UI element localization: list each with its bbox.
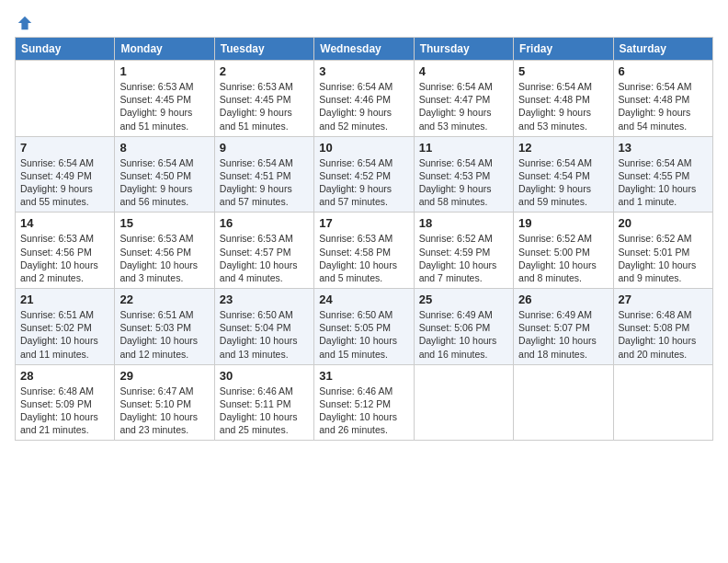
day-number: 23 [220, 293, 309, 306]
day-header-tuesday: Tuesday [214, 38, 313, 61]
day-info: Sunrise: 6:48 AMSunset: 5:09 PMDaylight:… [20, 385, 109, 437]
calendar-cell: 2Sunrise: 6:53 AMSunset: 4:45 PMDaylight… [214, 61, 313, 137]
day-info: Sunrise: 6:53 AMSunset: 4:56 PMDaylight:… [20, 232, 109, 284]
calendar-cell: 28Sunrise: 6:48 AMSunset: 5:09 PMDayligh… [16, 364, 115, 441]
day-number: 5 [518, 64, 608, 78]
day-number: 1 [119, 64, 209, 78]
logo [15, 15, 33, 28]
calendar-cell: 1Sunrise: 6:53 AMSunset: 4:45 PMDaylight… [115, 61, 214, 137]
day-number: 21 [20, 293, 109, 306]
day-info: Sunrise: 6:54 AMSunset: 4:55 PMDaylight:… [619, 156, 708, 209]
day-info: Sunrise: 6:46 AMSunset: 5:11 PMDaylight:… [220, 385, 309, 437]
day-info: Sunrise: 6:54 AMSunset: 4:49 PMDaylight:… [20, 156, 109, 209]
day-number: 31 [319, 369, 408, 383]
day-info: Sunrise: 6:54 AMSunset: 4:48 PMDaylight:… [518, 80, 608, 132]
calendar-cell: 29Sunrise: 6:47 AMSunset: 5:10 PMDayligh… [115, 364, 214, 441]
calendar-header-row: SundayMondayTuesdayWednesdayThursdayFrid… [16, 38, 713, 61]
day-number: 4 [419, 64, 508, 78]
calendar-cell: 18Sunrise: 6:52 AMSunset: 4:59 PMDayligh… [414, 213, 513, 289]
calendar-table: SundayMondayTuesdayWednesdayThursdayFrid… [15, 37, 713, 441]
calendar-cell: 19Sunrise: 6:52 AMSunset: 5:00 PMDayligh… [514, 213, 613, 289]
calendar-cell: 3Sunrise: 6:54 AMSunset: 4:46 PMDaylight… [314, 61, 414, 137]
day-info: Sunrise: 6:46 AMSunset: 5:12 PMDaylight:… [319, 385, 408, 437]
svg-marker-0 [18, 17, 31, 29]
calendar-cell: 4Sunrise: 6:54 AMSunset: 4:47 PMDaylight… [414, 61, 513, 137]
calendar-cell [514, 364, 613, 441]
calendar-cell: 16Sunrise: 6:53 AMSunset: 4:57 PMDayligh… [214, 213, 313, 289]
day-number: 22 [119, 293, 209, 306]
calendar-cell: 7Sunrise: 6:54 AMSunset: 4:49 PMDaylight… [16, 136, 115, 213]
day-header-thursday: Thursday [414, 38, 513, 61]
day-number: 25 [419, 293, 508, 306]
day-info: Sunrise: 6:52 AMSunset: 5:01 PMDaylight:… [619, 232, 708, 284]
calendar-cell: 24Sunrise: 6:50 AMSunset: 5:05 PMDayligh… [314, 289, 414, 365]
day-number: 24 [319, 293, 408, 306]
day-number: 27 [619, 293, 708, 306]
day-info: Sunrise: 6:54 AMSunset: 4:47 PMDaylight:… [419, 80, 508, 132]
day-header-saturday: Saturday [613, 38, 712, 61]
day-header-monday: Monday [115, 38, 214, 61]
day-info: Sunrise: 6:54 AMSunset: 4:50 PMDaylight:… [119, 156, 209, 209]
day-number: 12 [518, 141, 608, 155]
calendar-cell: 13Sunrise: 6:54 AMSunset: 4:55 PMDayligh… [613, 136, 712, 213]
calendar-cell: 9Sunrise: 6:54 AMSunset: 4:51 PMDaylight… [214, 136, 313, 213]
day-info: Sunrise: 6:51 AMSunset: 5:02 PMDaylight:… [20, 308, 109, 361]
calendar-week-row: 1Sunrise: 6:53 AMSunset: 4:45 PMDaylight… [16, 61, 713, 137]
page-header [15, 15, 713, 28]
calendar-cell [613, 364, 712, 441]
day-number: 3 [319, 64, 408, 78]
day-info: Sunrise: 6:54 AMSunset: 4:46 PMDaylight:… [319, 80, 408, 132]
day-header-friday: Friday [514, 38, 613, 61]
calendar-cell: 22Sunrise: 6:51 AMSunset: 5:03 PMDayligh… [115, 289, 214, 365]
day-info: Sunrise: 6:53 AMSunset: 4:57 PMDaylight:… [220, 232, 309, 284]
calendar-cell: 14Sunrise: 6:53 AMSunset: 4:56 PMDayligh… [16, 213, 115, 289]
day-info: Sunrise: 6:54 AMSunset: 4:51 PMDaylight:… [220, 156, 309, 209]
calendar-cell: 25Sunrise: 6:49 AMSunset: 5:06 PMDayligh… [414, 289, 513, 365]
day-info: Sunrise: 6:52 AMSunset: 4:59 PMDaylight:… [419, 232, 508, 284]
day-info: Sunrise: 6:53 AMSunset: 4:45 PMDaylight:… [119, 80, 209, 132]
calendar-cell: 30Sunrise: 6:46 AMSunset: 5:11 PMDayligh… [214, 364, 313, 441]
day-number: 29 [119, 369, 209, 383]
calendar-cell: 11Sunrise: 6:54 AMSunset: 4:53 PMDayligh… [414, 136, 513, 213]
day-number: 13 [619, 141, 708, 155]
day-number: 20 [619, 216, 708, 230]
day-info: Sunrise: 6:54 AMSunset: 4:52 PMDaylight:… [319, 156, 408, 209]
day-number: 26 [518, 293, 608, 306]
day-info: Sunrise: 6:50 AMSunset: 5:05 PMDaylight:… [319, 308, 408, 361]
day-info: Sunrise: 6:52 AMSunset: 5:00 PMDaylight:… [518, 232, 608, 284]
day-info: Sunrise: 6:53 AMSunset: 4:58 PMDaylight:… [319, 232, 408, 284]
calendar-cell: 10Sunrise: 6:54 AMSunset: 4:52 PMDayligh… [314, 136, 414, 213]
calendar-cell: 26Sunrise: 6:49 AMSunset: 5:07 PMDayligh… [514, 289, 613, 365]
day-info: Sunrise: 6:54 AMSunset: 4:48 PMDaylight:… [619, 80, 708, 132]
day-info: Sunrise: 6:51 AMSunset: 5:03 PMDaylight:… [119, 308, 209, 361]
logo-icon [17, 15, 33, 31]
calendar-week-row: 7Sunrise: 6:54 AMSunset: 4:49 PMDaylight… [16, 136, 713, 213]
day-number: 14 [20, 216, 109, 230]
day-number: 30 [220, 369, 309, 383]
calendar-week-row: 14Sunrise: 6:53 AMSunset: 4:56 PMDayligh… [16, 213, 713, 289]
calendar-cell: 17Sunrise: 6:53 AMSunset: 4:58 PMDayligh… [314, 213, 414, 289]
day-number: 11 [419, 141, 508, 155]
calendar-cell [16, 61, 115, 137]
calendar-week-row: 21Sunrise: 6:51 AMSunset: 5:02 PMDayligh… [16, 289, 713, 365]
day-number: 8 [119, 141, 209, 155]
day-info: Sunrise: 6:50 AMSunset: 5:04 PMDaylight:… [220, 308, 309, 361]
day-number: 6 [619, 64, 708, 78]
calendar-cell: 21Sunrise: 6:51 AMSunset: 5:02 PMDayligh… [16, 289, 115, 365]
day-info: Sunrise: 6:54 AMSunset: 4:53 PMDaylight:… [419, 156, 508, 209]
calendar-cell: 20Sunrise: 6:52 AMSunset: 5:01 PMDayligh… [613, 213, 712, 289]
calendar-cell: 27Sunrise: 6:48 AMSunset: 5:08 PMDayligh… [613, 289, 712, 365]
calendar-week-row: 28Sunrise: 6:48 AMSunset: 5:09 PMDayligh… [16, 364, 713, 441]
day-info: Sunrise: 6:53 AMSunset: 4:45 PMDaylight:… [220, 80, 309, 132]
calendar-cell: 15Sunrise: 6:53 AMSunset: 4:56 PMDayligh… [115, 213, 214, 289]
day-number: 10 [319, 141, 408, 155]
day-number: 18 [419, 216, 508, 230]
day-number: 17 [319, 216, 408, 230]
calendar-cell [414, 364, 513, 441]
calendar-cell: 12Sunrise: 6:54 AMSunset: 4:54 PMDayligh… [514, 136, 613, 213]
day-number: 9 [220, 141, 309, 155]
calendar-cell: 23Sunrise: 6:50 AMSunset: 5:04 PMDayligh… [214, 289, 313, 365]
day-number: 19 [518, 216, 608, 230]
day-info: Sunrise: 6:49 AMSunset: 5:06 PMDaylight:… [419, 308, 508, 361]
day-number: 2 [220, 64, 309, 78]
